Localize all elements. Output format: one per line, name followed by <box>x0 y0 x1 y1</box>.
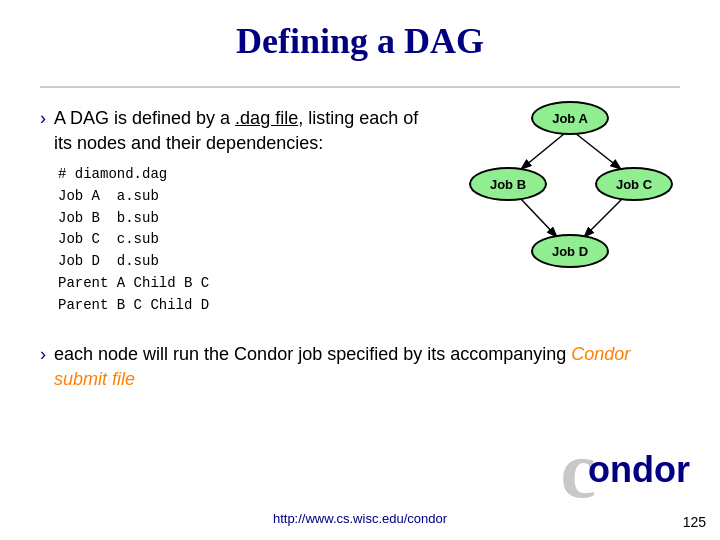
content-area: › A DAG is defined by a .dag file, listi… <box>40 106 680 393</box>
bullet1-row: › A DAG is defined by a .dag file, listi… <box>40 106 440 316</box>
bullet2-content: each node will run the Condor job specif… <box>54 342 680 392</box>
bullet2-text-before: each node will run the Condor job specif… <box>54 344 571 364</box>
bullet2-arrow: › <box>40 344 46 365</box>
dag-svg: Job A Job B Job C Job D <box>460 96 680 276</box>
page-number: 125 <box>683 514 706 530</box>
condor-text: ondor <box>588 449 690 491</box>
condor-logo: c ondor <box>561 430 691 510</box>
node-d-label: Job D <box>552 244 588 259</box>
slide: Defining a DAG › A DAG is defined by a .… <box>0 0 720 540</box>
main-section: › A DAG is defined by a .dag file, listi… <box>40 106 680 316</box>
bullet2-row: › each node will run the Condor job spec… <box>40 342 680 392</box>
node-b-label: Job B <box>490 177 526 192</box>
bullet1-arrow: › <box>40 108 46 129</box>
node-a-label: Job A <box>552 111 588 126</box>
left-section: › A DAG is defined by a .dag file, listi… <box>40 106 440 316</box>
slide-title: Defining a DAG <box>40 20 680 62</box>
dag-file-link: .dag file <box>235 108 298 128</box>
node-c-label: Job C <box>616 177 653 192</box>
edge-a-b <box>520 129 570 170</box>
edge-a-c <box>570 129 622 170</box>
code-block: # diamond.dag Job A a.sub Job B b.sub Jo… <box>58 164 440 316</box>
title-divider <box>40 86 680 88</box>
bullet1-content: A DAG is defined by a .dag file, listing… <box>54 106 440 316</box>
dag-diagram: Job A Job B Job C Job D <box>460 96 680 276</box>
bullet1-text-before: A DAG is defined by a <box>54 108 235 128</box>
bullet2-text: each node will run the Condor job specif… <box>54 344 630 389</box>
bullet1-text: A DAG is defined by a .dag file, listing… <box>54 108 418 153</box>
footer-url: http://www.cs.wisc.edu/condor <box>273 511 447 526</box>
edge-b-d <box>520 198 558 238</box>
edge-c-d <box>583 198 623 238</box>
